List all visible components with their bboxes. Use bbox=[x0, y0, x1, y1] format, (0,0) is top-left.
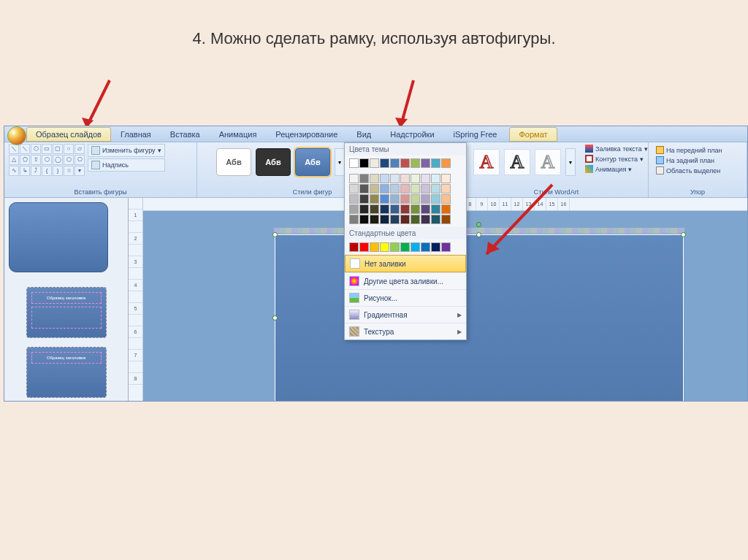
style-thumb-2[interactable]: Абв bbox=[256, 148, 291, 176]
color-swatch[interactable] bbox=[431, 158, 440, 168]
color-swatch[interactable] bbox=[380, 215, 389, 224]
color-swatch[interactable] bbox=[441, 174, 451, 183]
color-swatch[interactable] bbox=[380, 184, 389, 193]
theme-shades-grid[interactable] bbox=[345, 171, 466, 227]
color-swatch[interactable] bbox=[431, 174, 440, 183]
color-swatch[interactable] bbox=[411, 184, 420, 193]
color-swatch[interactable] bbox=[421, 242, 430, 252]
color-swatch[interactable] bbox=[390, 174, 400, 183]
color-swatch[interactable] bbox=[400, 194, 410, 204]
color-swatch[interactable] bbox=[370, 184, 379, 193]
color-swatch[interactable] bbox=[359, 242, 369, 252]
layout-thumb-2[interactable]: Образец заголовка bbox=[26, 347, 107, 398]
tab-review[interactable]: Рецензирование bbox=[266, 127, 347, 141]
bring-front-button[interactable]: На передний план bbox=[654, 145, 741, 155]
color-swatch[interactable] bbox=[411, 194, 420, 204]
color-swatch[interactable] bbox=[411, 174, 420, 183]
color-swatch[interactable] bbox=[411, 204, 420, 214]
selection-pane-button[interactable]: Область выделен bbox=[654, 166, 741, 175]
wordart-thumb-2[interactable]: А bbox=[504, 149, 530, 175]
color-swatch[interactable] bbox=[431, 215, 440, 224]
color-swatch[interactable] bbox=[390, 215, 400, 224]
wordart-expand[interactable]: ▾ bbox=[565, 148, 576, 176]
tab-home[interactable]: Главная bbox=[111, 127, 161, 141]
color-swatch[interactable] bbox=[359, 158, 369, 168]
color-swatch[interactable] bbox=[441, 215, 451, 224]
color-swatch[interactable] bbox=[370, 194, 379, 204]
textbox-button[interactable]: Надпись bbox=[88, 158, 165, 172]
color-swatch[interactable] bbox=[431, 194, 440, 204]
color-swatch[interactable] bbox=[359, 215, 369, 224]
color-swatch[interactable] bbox=[349, 204, 359, 214]
wordart-gallery[interactable]: А А А ▾ bbox=[469, 144, 580, 180]
shapes-gallery[interactable]: ＼＼⬡▭▢○▱ △⬠⇧⬡◯⬡⎔ ∿↳⤴{}☆▾ bbox=[9, 144, 85, 176]
wordart-thumb-1[interactable]: А bbox=[473, 149, 500, 175]
color-swatch[interactable] bbox=[390, 184, 400, 193]
color-swatch[interactable] bbox=[411, 215, 420, 224]
color-swatch[interactable] bbox=[359, 184, 369, 193]
color-swatch[interactable] bbox=[400, 158, 410, 168]
color-swatch[interactable] bbox=[370, 204, 379, 214]
tab-insert[interactable]: Вставка bbox=[161, 127, 210, 141]
tab-animation[interactable]: Анимация bbox=[210, 127, 267, 141]
color-swatch[interactable] bbox=[349, 184, 359, 193]
color-swatch[interactable] bbox=[431, 184, 440, 193]
color-swatch[interactable] bbox=[349, 158, 359, 168]
color-swatch[interactable] bbox=[441, 184, 451, 193]
send-back-button[interactable]: На задний план bbox=[654, 156, 741, 165]
color-swatch[interactable] bbox=[380, 204, 389, 214]
color-swatch[interactable] bbox=[431, 242, 440, 252]
color-swatch[interactable] bbox=[390, 158, 400, 168]
slide-thumb-1[interactable] bbox=[9, 202, 108, 272]
color-swatch[interactable] bbox=[380, 158, 389, 168]
picture-item[interactable]: Рисунок... bbox=[345, 289, 466, 306]
slide-panel[interactable]: Образец заголовка Образец заголовка bbox=[4, 198, 129, 401]
text-fill-button[interactable]: Заливка текста ▾ bbox=[583, 144, 650, 153]
theme-color-row[interactable] bbox=[345, 156, 466, 171]
layout-thumb-1[interactable]: Образец заголовка bbox=[26, 287, 107, 338]
color-swatch[interactable] bbox=[400, 174, 410, 183]
office-button[interactable] bbox=[7, 126, 26, 145]
color-swatch[interactable] bbox=[431, 204, 440, 214]
color-swatch[interactable] bbox=[441, 204, 451, 214]
gallery-expand[interactable]: ▾ bbox=[335, 148, 345, 176]
color-swatch[interactable] bbox=[411, 242, 420, 252]
tab-slide-master[interactable]: Образец слайдов bbox=[26, 127, 111, 142]
text-anim-button[interactable]: Анимация ▾ bbox=[583, 164, 650, 174]
edit-shape-button[interactable]: Изменить фигуру ▾ bbox=[88, 144, 165, 157]
color-swatch[interactable] bbox=[441, 158, 451, 168]
gradient-item[interactable]: Градиентная▶ bbox=[345, 306, 466, 323]
color-swatch[interactable] bbox=[421, 215, 430, 224]
color-swatch[interactable] bbox=[370, 158, 379, 168]
color-swatch[interactable] bbox=[400, 242, 410, 252]
color-swatch[interactable] bbox=[390, 194, 400, 204]
color-swatch[interactable] bbox=[390, 242, 400, 252]
color-swatch[interactable] bbox=[421, 184, 430, 193]
color-swatch[interactable] bbox=[400, 184, 410, 193]
color-swatch[interactable] bbox=[411, 158, 420, 168]
color-swatch[interactable] bbox=[349, 242, 359, 252]
tab-view[interactable]: Вид bbox=[347, 127, 381, 141]
color-swatch[interactable] bbox=[370, 215, 379, 224]
wordart-thumb-3[interactable]: А bbox=[535, 149, 561, 175]
texture-item[interactable]: Текстура▶ bbox=[345, 323, 466, 340]
color-swatch[interactable] bbox=[380, 194, 389, 204]
color-swatch[interactable] bbox=[359, 174, 369, 183]
color-swatch[interactable] bbox=[421, 158, 430, 168]
color-swatch[interactable] bbox=[370, 174, 379, 183]
color-swatch[interactable] bbox=[421, 194, 430, 204]
style-thumb-3[interactable]: Абв bbox=[295, 148, 330, 176]
color-swatch[interactable] bbox=[421, 204, 430, 214]
tab-format[interactable]: Формат bbox=[509, 127, 557, 142]
color-swatch[interactable] bbox=[380, 242, 389, 252]
color-swatch[interactable] bbox=[359, 194, 369, 204]
color-swatch[interactable] bbox=[421, 174, 430, 183]
color-swatch[interactable] bbox=[370, 242, 379, 252]
tab-addins[interactable]: Надстройки bbox=[381, 127, 443, 141]
no-fill-item[interactable]: Нет заливки bbox=[345, 255, 466, 272]
color-swatch[interactable] bbox=[349, 174, 359, 183]
color-swatch[interactable] bbox=[400, 204, 410, 214]
color-swatch[interactable] bbox=[441, 194, 451, 204]
color-swatch[interactable] bbox=[380, 174, 389, 183]
tab-ispring[interactable]: iSpring Free bbox=[444, 127, 507, 141]
